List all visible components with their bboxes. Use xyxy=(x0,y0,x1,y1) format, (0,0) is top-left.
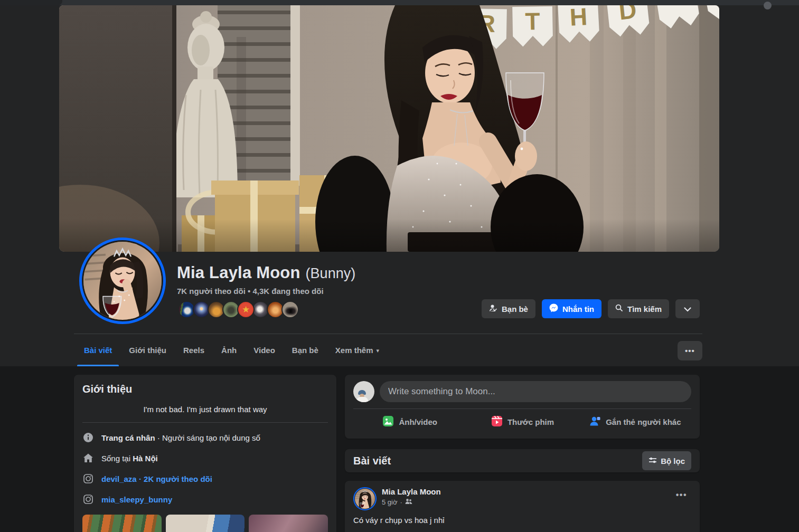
feed-title: Bài viết xyxy=(353,455,391,467)
cover-photo[interactable]: R T H D xyxy=(59,5,719,252)
about-row-instagram-1: devil_aza · 2K người theo dõi xyxy=(82,473,328,484)
about-row-profile-type: Trang cá nhân · Người sáng tạo nội dung … xyxy=(82,432,328,443)
profile-tabs: Bài viết Giới thiệu Reels Ảnh Video Bạn … xyxy=(76,334,388,366)
home-icon xyxy=(82,453,94,463)
photo-video-button[interactable]: Ảnh/video xyxy=(353,412,466,431)
post-header: Mia Layla Moon 5 giờ · ••• xyxy=(353,487,691,510)
browser-avatar xyxy=(764,2,772,10)
friends-privacy-icon xyxy=(405,498,412,506)
friends-button[interactable]: Bạn bè xyxy=(482,299,535,318)
post-author-name[interactable]: Mia Layla Moon xyxy=(382,487,672,496)
friend-check-icon xyxy=(489,304,497,314)
post-composer: Ảnh/video Thước phim Gắn thẻ người khác xyxy=(345,375,700,439)
meta-separator: · xyxy=(400,498,402,506)
tag-people-button[interactable]: Gắn thẻ người khác xyxy=(579,412,691,431)
search-button-label: Tìm kiếm xyxy=(627,305,662,314)
divider xyxy=(82,422,328,423)
photo-thumbnail[interactable] xyxy=(82,515,162,532)
feed-header: Bài viết Bộ lọc xyxy=(345,449,700,472)
post: Mia Layla Moon 5 giờ · ••• Có váy r chụp… xyxy=(345,481,700,532)
avatar-shirt xyxy=(356,397,368,402)
post-meta: 5 giờ · xyxy=(382,498,672,506)
reel-button[interactable]: Thước phim xyxy=(466,412,578,431)
reel-icon xyxy=(491,415,503,429)
browser-top-bar xyxy=(0,0,799,5)
profile-identity: Mia Layla Moon(Bunny) 7K người theo dõi … xyxy=(177,263,355,296)
profile-type-text: Trang cá nhân · Người sáng tạo nội dung … xyxy=(101,433,260,442)
viewer-avatar[interactable] xyxy=(353,381,374,402)
composer-actions: Ảnh/video Thước phim Gắn thẻ người khác xyxy=(353,409,691,434)
mutual-friends-row[interactable] xyxy=(178,301,296,318)
reel-label: Thước phim xyxy=(507,417,554,426)
photo-thumbnail[interactable] xyxy=(249,515,328,532)
post-author-avatar[interactable] xyxy=(353,487,377,510)
svg-text:T: T xyxy=(525,7,540,35)
friend-avatar[interactable] xyxy=(281,301,299,318)
svg-text:H: H xyxy=(569,5,588,31)
instagram-link-devil-aza[interactable]: devil_aza · 2K người theo dõi xyxy=(101,474,212,483)
about-row-lives-in: Sống tại Hà Nội xyxy=(82,453,328,463)
photo-thumbnail[interactable] xyxy=(166,515,245,532)
profile-bio: I'm not bad. I'm just drawn that way xyxy=(82,405,328,414)
tag-people-label: Gắn thẻ người khác xyxy=(606,417,681,426)
tab-reels[interactable]: Reels xyxy=(175,334,213,366)
profile-picture[interactable] xyxy=(79,238,166,324)
tab-photos[interactable]: Ảnh xyxy=(213,334,245,366)
left-column: Giới thiệu I'm not bad. I'm just drawn t… xyxy=(74,375,336,532)
more-actions-button[interactable] xyxy=(675,299,700,318)
tab-see-more[interactable]: Xem thêm▾ xyxy=(327,334,388,366)
chevron-down-icon xyxy=(684,305,691,314)
search-button[interactable]: Tìm kiếm xyxy=(608,299,669,318)
browser-tab xyxy=(0,0,62,5)
followers-count[interactable]: 7K người theo dõi • 4,3K đang theo dõi xyxy=(177,287,355,296)
profile-nickname: (Bunny) xyxy=(306,265,356,281)
right-column: Ảnh/video Thước phim Gắn thẻ người khác xyxy=(345,375,700,532)
lives-in-text: Sống tại Hà Nội xyxy=(101,454,158,463)
messenger-icon xyxy=(549,303,558,314)
photo-thumbnails xyxy=(82,515,328,532)
post-timestamp[interactable]: 5 giờ xyxy=(382,498,398,506)
photo-video-icon xyxy=(382,415,394,429)
composer-top-row xyxy=(353,381,691,402)
filter-sliders-icon xyxy=(648,456,657,466)
profile-name: Mia Layla Moon xyxy=(177,263,300,282)
search-icon xyxy=(615,304,623,314)
profile-actions: Bạn bè Nhắn tin Tìm kiếm xyxy=(482,299,700,318)
tab-videos[interactable]: Video xyxy=(245,334,284,366)
more-horizontal-icon: ••• xyxy=(685,346,695,355)
about-card: Giới thiệu I'm not bad. I'm just drawn t… xyxy=(74,375,336,532)
tab-friends[interactable]: Bạn bè xyxy=(284,334,327,366)
instagram-link-mia-sleepy-bunny[interactable]: mia_sleepy_bunny xyxy=(101,495,172,504)
facebook-profile-page: R T H D xyxy=(0,0,799,532)
message-button[interactable]: Nhắn tin xyxy=(542,299,601,318)
friend-avatar[interactable] xyxy=(237,301,255,318)
post-menu-button[interactable]: ••• xyxy=(672,487,691,503)
filter-button[interactable]: Bộ lọc xyxy=(642,451,691,470)
main-content: Giới thiệu I'm not bad. I'm just drawn t… xyxy=(0,366,799,532)
about-title: Giới thiệu xyxy=(82,383,328,395)
photo-video-label: Ảnh/video xyxy=(399,417,437,426)
profile-picture-image xyxy=(83,242,162,320)
svg-text:D: D xyxy=(617,5,637,25)
instagram-icon xyxy=(82,473,94,484)
tab-posts[interactable]: Bài viết xyxy=(76,334,120,366)
info-icon xyxy=(82,432,94,443)
about-row-instagram-2: mia_sleepy_bunny xyxy=(82,494,328,505)
filter-button-label: Bộ lọc xyxy=(661,457,685,466)
tabs-more-button[interactable]: ••• xyxy=(678,341,702,360)
profile-header: R T H D xyxy=(0,5,799,366)
post-text: Có váy r chụp vs hoa j nhỉ xyxy=(353,516,691,525)
tag-person-icon xyxy=(589,415,601,429)
tab-about[interactable]: Giới thiệu xyxy=(120,334,175,366)
caret-down-icon: ▾ xyxy=(377,347,380,354)
cover-photo-art: R T H D xyxy=(59,5,719,252)
status-input[interactable] xyxy=(380,381,691,402)
friends-button-label: Bạn bè xyxy=(502,305,528,314)
instagram-icon xyxy=(82,494,94,505)
post-headings: Mia Layla Moon 5 giờ · xyxy=(382,487,672,506)
more-horizontal-icon: ••• xyxy=(676,490,687,499)
post-author-avatar-image xyxy=(355,489,375,509)
message-button-label: Nhắn tin xyxy=(562,305,594,314)
